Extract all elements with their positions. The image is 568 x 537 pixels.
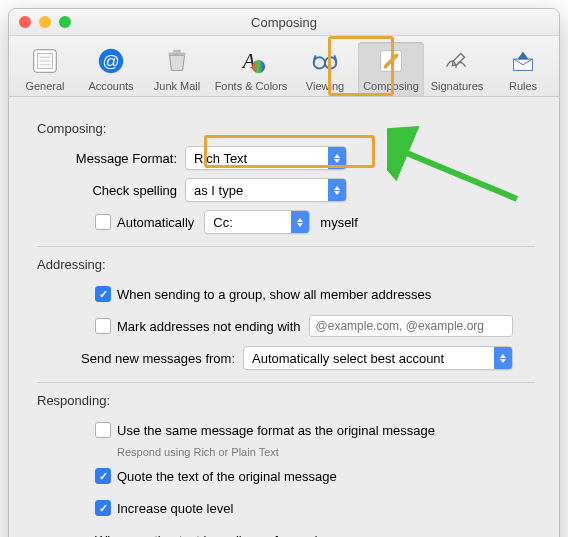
chevron-updown-icon xyxy=(328,147,346,169)
chevron-updown-icon xyxy=(328,179,346,201)
glasses-icon xyxy=(308,44,342,78)
checkbox-icon xyxy=(95,422,111,438)
preferences-toolbar: General @ Accounts Junk Mail A xyxy=(9,36,559,97)
window-title: Composing xyxy=(251,15,317,30)
checkbox-label: Use the same message format as the origi… xyxy=(117,423,435,438)
checkbox-label: Mark addresses not ending with xyxy=(117,319,301,334)
tab-label: Viewing xyxy=(306,80,344,92)
select-value: Rich Text xyxy=(194,151,322,166)
select-value: Cc: xyxy=(213,215,285,230)
zoom-window-button[interactable] xyxy=(59,16,71,28)
svg-rect-7 xyxy=(169,53,186,56)
svg-point-11 xyxy=(314,57,325,68)
message-format-select[interactable]: Rich Text xyxy=(185,146,347,170)
section-responding-title: Responding: xyxy=(37,393,535,408)
quoting-heading: When quoting text in replies or forwards… xyxy=(95,533,328,538)
tab-composing[interactable]: Composing xyxy=(358,42,424,96)
tab-signatures[interactable]: Signatures xyxy=(424,42,490,96)
mark-addresses-checkbox[interactable]: Mark addresses not ending with xyxy=(95,318,301,334)
check-spelling-label: Check spelling xyxy=(57,183,185,198)
general-icon xyxy=(28,44,62,78)
tab-general[interactable]: General xyxy=(12,42,78,96)
compose-icon xyxy=(374,44,408,78)
tab-viewing[interactable]: Viewing xyxy=(292,42,358,96)
tab-label: Accounts xyxy=(88,80,133,92)
svg-point-10 xyxy=(252,60,265,73)
select-value: Automatically select best account xyxy=(252,351,488,366)
divider xyxy=(37,246,535,247)
window-controls xyxy=(19,16,71,28)
quote-text-checkbox[interactable]: Quote the text of the original message xyxy=(95,468,337,484)
checkbox-icon xyxy=(95,468,111,484)
preferences-content: Composing: Message Format: Rich Text Che… xyxy=(9,97,559,537)
chevron-updown-icon xyxy=(494,347,512,369)
checkbox-icon xyxy=(95,286,111,302)
titlebar: Composing xyxy=(9,9,559,36)
preferences-window: Composing General @ Accounts Junk Mail xyxy=(8,8,560,537)
domain-exceptions-input[interactable] xyxy=(309,315,513,337)
minimize-window-button[interactable] xyxy=(39,16,51,28)
svg-point-12 xyxy=(325,57,336,68)
checkbox-label: Automatically xyxy=(117,215,194,230)
section-addressing-title: Addressing: xyxy=(37,257,535,272)
fonts-icon: A xyxy=(234,44,268,78)
increase-quote-checkbox[interactable]: Increase quote level xyxy=(95,500,233,516)
checkbox-label: When sending to a group, show all member… xyxy=(117,287,431,302)
checkbox-icon xyxy=(95,318,111,334)
signature-icon xyxy=(440,44,474,78)
tab-rules[interactable]: Rules xyxy=(490,42,556,96)
svg-text:@: @ xyxy=(102,52,119,71)
trash-icon xyxy=(160,44,194,78)
tab-label: Composing xyxy=(363,80,419,92)
tab-label: Rules xyxy=(509,80,537,92)
same-format-hint: Respond using Rich or Plain Text xyxy=(117,446,535,458)
myself-suffix: myself xyxy=(320,215,358,230)
tab-label: Fonts & Colors xyxy=(215,80,288,92)
cc-bcc-select[interactable]: Cc: xyxy=(204,210,310,234)
rules-icon xyxy=(506,44,540,78)
divider xyxy=(37,382,535,383)
send-from-label: Send new messages from: xyxy=(57,351,243,366)
tab-fonts-colors[interactable]: A Fonts & Colors xyxy=(210,42,292,96)
svg-rect-8 xyxy=(173,50,181,53)
tab-junk-mail[interactable]: Junk Mail xyxy=(144,42,210,96)
checkbox-icon xyxy=(95,214,111,230)
tab-accounts[interactable]: @ Accounts xyxy=(78,42,144,96)
send-from-select[interactable]: Automatically select best account xyxy=(243,346,513,370)
chevron-updown-icon xyxy=(291,211,309,233)
close-window-button[interactable] xyxy=(19,16,31,28)
tab-label: General xyxy=(25,80,64,92)
select-value: as I type xyxy=(194,183,322,198)
tab-label: Signatures xyxy=(431,80,484,92)
tab-label: Junk Mail xyxy=(154,80,200,92)
automatically-cc-checkbox[interactable]: Automatically xyxy=(95,214,194,230)
checkbox-label: Quote the text of the original message xyxy=(117,469,337,484)
show-group-addresses-checkbox[interactable]: When sending to a group, show all member… xyxy=(95,286,431,302)
section-composing-title: Composing: xyxy=(37,121,535,136)
checkbox-label: Increase quote level xyxy=(117,501,233,516)
same-format-checkbox[interactable]: Use the same message format as the origi… xyxy=(95,422,435,438)
checkbox-icon xyxy=(95,500,111,516)
at-icon: @ xyxy=(94,44,128,78)
check-spelling-select[interactable]: as I type xyxy=(185,178,347,202)
message-format-label: Message Format: xyxy=(57,151,185,166)
